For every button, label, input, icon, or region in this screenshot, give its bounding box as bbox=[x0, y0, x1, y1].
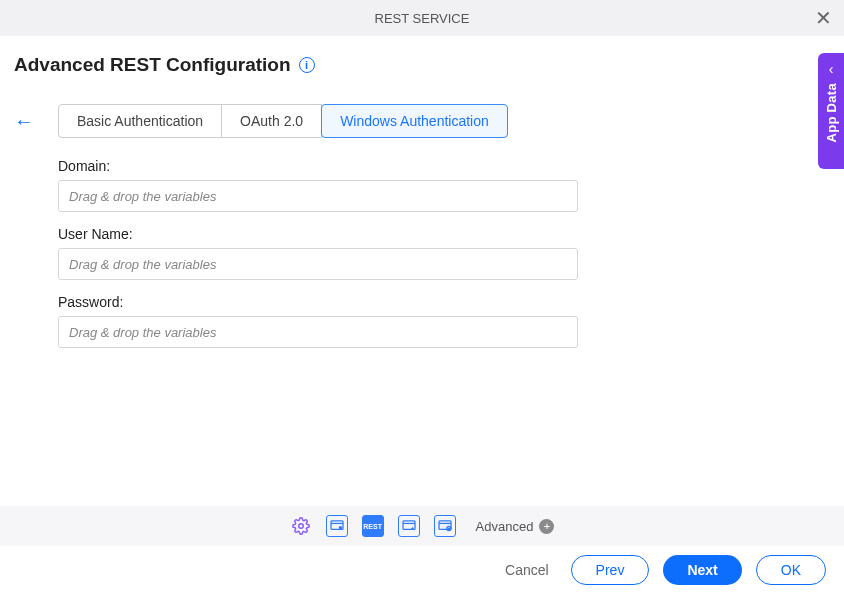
page-title: Advanced REST Configuration bbox=[14, 54, 291, 76]
svg-point-3 bbox=[338, 526, 341, 529]
advanced-label: Advanced bbox=[476, 519, 534, 534]
username-label: User Name: bbox=[58, 226, 578, 242]
auth-tabs: Basic Authentication OAuth 2.0 Windows A… bbox=[58, 104, 830, 138]
step-icon-3[interactable] bbox=[398, 515, 420, 537]
windows-auth-form: Domain: User Name: Password: bbox=[58, 158, 578, 348]
step-icon-4[interactable] bbox=[434, 515, 456, 537]
advanced-toggle[interactable]: Advanced + bbox=[476, 519, 555, 534]
ok-button[interactable]: OK bbox=[756, 555, 826, 585]
password-input[interactable] bbox=[58, 316, 578, 348]
username-input[interactable] bbox=[58, 248, 578, 280]
app-data-panel-toggle[interactable]: ‹ App Data bbox=[818, 53, 844, 169]
page-title-row: Advanced REST Configuration i bbox=[14, 54, 830, 76]
cancel-button[interactable]: Cancel bbox=[497, 555, 557, 585]
dialog-footer: Cancel Prev Next OK bbox=[0, 546, 844, 594]
dialog-header: REST SERVICE ✕ bbox=[0, 0, 844, 36]
dialog-title: REST SERVICE bbox=[375, 11, 470, 26]
tab-basic-authentication[interactable]: Basic Authentication bbox=[58, 104, 222, 138]
back-arrow-icon[interactable]: ← bbox=[14, 110, 34, 133]
tab-windows-authentication[interactable]: Windows Authentication bbox=[321, 104, 508, 138]
gear-icon[interactable] bbox=[290, 515, 312, 537]
step-icon-rest[interactable]: REST bbox=[362, 515, 384, 537]
tab-label: Basic Authentication bbox=[77, 113, 203, 129]
domain-input[interactable] bbox=[58, 180, 578, 212]
svg-point-0 bbox=[298, 524, 303, 529]
app-data-label: App Data bbox=[824, 83, 839, 142]
plus-icon: + bbox=[539, 519, 554, 534]
prev-button[interactable]: Prev bbox=[571, 555, 650, 585]
tab-label: OAuth 2.0 bbox=[240, 113, 303, 129]
next-button[interactable]: Next bbox=[663, 555, 741, 585]
password-label: Password: bbox=[58, 294, 578, 310]
content-area: Advanced REST Configuration i ← Basic Au… bbox=[0, 36, 844, 362]
domain-label: Domain: bbox=[58, 158, 578, 174]
chevron-left-icon: ‹ bbox=[829, 61, 834, 77]
close-icon[interactable]: ✕ bbox=[815, 8, 832, 28]
info-icon[interactable]: i bbox=[299, 57, 315, 73]
tab-label: Windows Authentication bbox=[340, 113, 489, 129]
step-icon-1[interactable] bbox=[326, 515, 348, 537]
tab-oauth-2[interactable]: OAuth 2.0 bbox=[221, 104, 322, 138]
step-icon-bar: REST Advanced + bbox=[0, 506, 844, 546]
